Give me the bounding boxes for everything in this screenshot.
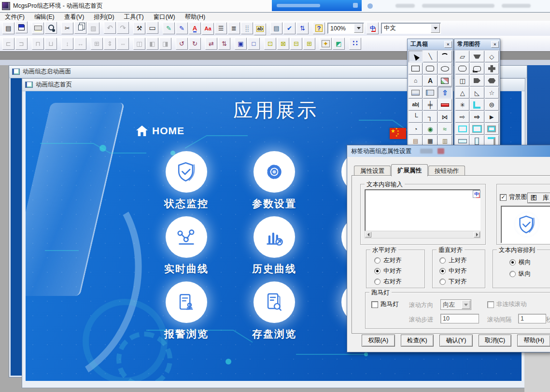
zoom-select[interactable]: 100% <box>327 23 364 34</box>
hexagon-icon[interactable] <box>485 75 499 86</box>
arrow-outline-icon[interactable] <box>455 111 469 123</box>
scroll-direction-select[interactable]: 向左 <box>440 299 471 310</box>
center-horizontal-icon[interactable] <box>74 38 86 50</box>
confirm-button[interactable]: 确认(Y) <box>439 335 473 347</box>
corner-line-icon[interactable] <box>409 111 423 123</box>
verify-check-icon[interactable] <box>283 22 296 34</box>
space-horizontal-icon[interactable] <box>146 38 158 50</box>
pipe-icon[interactable] <box>438 99 452 111</box>
send-backward-icon[interactable] <box>303 38 315 50</box>
symbols-titlebar[interactable]: 常用图符 <box>454 39 500 50</box>
symbols-close-icon[interactable] <box>491 41 499 48</box>
trend-curve-icon[interactable] <box>438 123 452 135</box>
menu-help[interactable]: 帮助(H) <box>180 13 210 22</box>
rotate-right-icon[interactable] <box>189 38 201 50</box>
gear-burst-icon[interactable] <box>455 99 469 111</box>
flip-horizontal-icon[interactable] <box>205 38 217 50</box>
redo-icon[interactable] <box>117 22 129 34</box>
fill-effect-icon[interactable] <box>333 38 345 50</box>
polygon-icon[interactable] <box>409 75 423 86</box>
trapezoid-icon[interactable] <box>470 51 484 62</box>
tile-alarm-browse[interactable]: 报警浏览 <box>157 281 215 341</box>
object-properties-icon[interactable] <box>270 22 282 34</box>
flip-vertical-icon[interactable] <box>218 38 230 50</box>
input-box-icon[interactable] <box>409 99 423 111</box>
color-grid-icon[interactable] <box>349 38 361 50</box>
build-tools-icon[interactable] <box>133 22 145 34</box>
radio-option[interactable]: 中对齐 <box>439 267 467 275</box>
cut-icon[interactable] <box>61 22 73 34</box>
lock-icon[interactable] <box>320 38 332 50</box>
menu-arrange[interactable]: 排列(D) <box>89 13 119 22</box>
frame-cyan-2-icon[interactable] <box>470 123 484 135</box>
radio-option[interactable]: 横向 <box>509 258 531 266</box>
dialog-titlebar[interactable]: 标签动画组态属性设置 <box>347 145 550 157</box>
triangle-icon[interactable] <box>455 87 469 98</box>
tank-icon[interactable] <box>485 99 499 111</box>
scroll-interval-field[interactable]: 1 <box>518 314 546 323</box>
home-button[interactable]: HOME <box>136 125 184 137</box>
paste-icon[interactable] <box>87 22 99 34</box>
space-equal-icon[interactable] <box>133 38 145 50</box>
window-frame-icon[interactable] <box>146 22 158 34</box>
same-height-icon[interactable] <box>104 38 116 50</box>
tile-storage-browse[interactable]: 存盘浏览 <box>245 281 303 341</box>
help-button[interactable]: 帮助(H) <box>517 335 550 347</box>
language-select[interactable]: 中文 <box>381 23 441 34</box>
marquee-checkbox[interactable]: 跑马灯 <box>371 300 399 308</box>
rounded-rect-icon[interactable] <box>423 63 437 74</box>
pen-edit-icon[interactable] <box>176 22 188 34</box>
rounded-rect-symbol-icon[interactable] <box>455 63 469 74</box>
tab-attribute-settings[interactable]: 属性设置 <box>354 166 391 176</box>
star-icon[interactable] <box>485 87 499 98</box>
meter-icon[interactable] <box>409 123 423 135</box>
tile-realtime-curve[interactable]: 实时曲线 <box>157 216 215 276</box>
rect-icon[interactable] <box>409 63 423 74</box>
cross-icon[interactable] <box>485 63 499 74</box>
radio-option[interactable]: 右对齐 <box>374 278 402 286</box>
callout-icon[interactable] <box>470 63 484 74</box>
arrow-outline-2-icon[interactable] <box>470 111 484 123</box>
valve-icon[interactable] <box>438 111 452 123</box>
font-icon[interactable] <box>202 23 214 35</box>
language-toggle-icon[interactable] <box>367 22 379 34</box>
scroll-right-icon[interactable] <box>474 232 480 238</box>
menu-file[interactable]: 文件(F) <box>0 13 29 22</box>
knob-icon[interactable] <box>423 123 437 135</box>
toolbox-close-icon[interactable] <box>444 41 452 48</box>
print-preview-icon[interactable] <box>45 22 57 34</box>
bitmap-icon[interactable] <box>438 75 452 86</box>
align-bottom-icon[interactable] <box>45 38 57 50</box>
scroll-step-field[interactable]: 10 <box>440 314 479 323</box>
align-right-icon[interactable] <box>15 38 28 50</box>
frame-cyan-3-icon[interactable] <box>485 123 499 135</box>
chevron-down-icon[interactable] <box>431 24 440 33</box>
chevron-down-icon[interactable] <box>354 24 363 33</box>
align-left-icon[interactable] <box>2 38 14 50</box>
radio-option[interactable]: 左对齐 <box>374 256 402 265</box>
new-page-icon[interactable] <box>2 22 14 34</box>
frame-cyan-icon[interactable] <box>455 123 469 135</box>
chinese-input-icon[interactable] <box>473 190 480 198</box>
undo-icon[interactable] <box>104 22 116 34</box>
gallery-button[interactable]: 图 库 <box>527 193 550 203</box>
scroll-left-icon[interactable] <box>365 232 371 238</box>
nav-arrow-icon[interactable] <box>438 87 452 98</box>
tile-history-curve[interactable]: 历史曲线 <box>245 216 303 276</box>
space-vertical-icon[interactable] <box>159 38 171 50</box>
button-widget-icon[interactable] <box>409 87 423 98</box>
brush-color-icon[interactable] <box>163 22 175 34</box>
text-abc-icon[interactable] <box>254 23 266 35</box>
arc-icon[interactable] <box>438 51 452 62</box>
cancel-button[interactable]: 取消(C) <box>479 335 512 347</box>
horizontal-scrollbar[interactable] <box>365 231 480 238</box>
background-image-checkbox[interactable]: 背景图 <box>500 193 527 201</box>
text-lines-icon[interactable] <box>215 22 227 34</box>
menu-tools[interactable]: 工具(T) <box>119 13 149 22</box>
elbow-line-icon[interactable] <box>423 111 437 123</box>
select-cursor-icon[interactable] <box>409 51 423 62</box>
tab-button-action[interactable]: 按钮动作 <box>428 166 465 176</box>
radio-option[interactable]: 上对齐 <box>439 256 467 265</box>
sort-lines-icon[interactable] <box>296 22 309 34</box>
tab-extended-attributes[interactable]: 扩展属性 <box>391 164 428 176</box>
